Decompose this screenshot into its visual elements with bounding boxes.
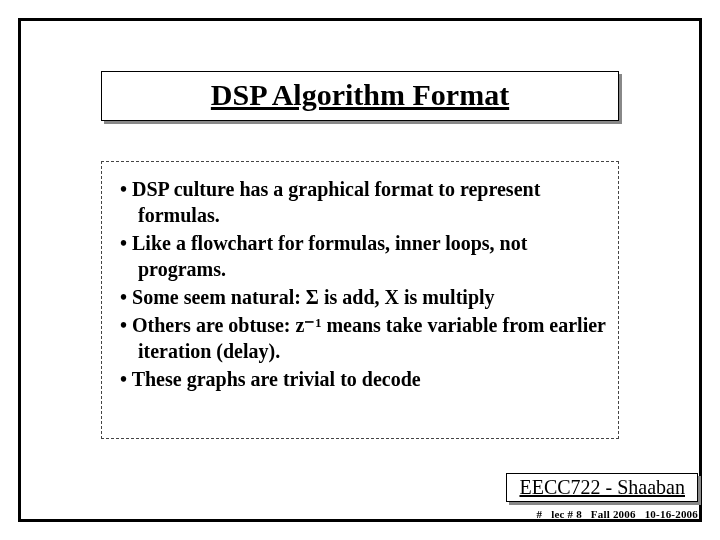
- list-item: These graphs are trivial to decode: [112, 366, 608, 392]
- slide-frame: DSP Algorithm Format DSP culture has a g…: [18, 18, 702, 522]
- list-item: Others are obtuse: z⁻¹ means take variab…: [112, 312, 608, 364]
- footer-lec: lec # 8: [551, 508, 582, 520]
- footer-date: 10-16-2006: [645, 508, 698, 520]
- slide-title: DSP Algorithm Format: [112, 78, 608, 112]
- course-label: EECC722 - Shaaban: [506, 473, 698, 502]
- bullet-list: DSP culture has a graphical format to re…: [112, 176, 608, 392]
- title-box: DSP Algorithm Format: [101, 71, 619, 121]
- list-item: Like a flowchart for formulas, inner loo…: [112, 230, 608, 282]
- list-item: Some seem natural: Σ is add, X is multip…: [112, 284, 608, 310]
- content-box: DSP culture has a graphical format to re…: [101, 161, 619, 439]
- footer-term: Fall 2006: [591, 508, 636, 520]
- list-item: DSP culture has a graphical format to re…: [112, 176, 608, 228]
- footer: # lec # 8 Fall 2006 10-16-2006: [530, 508, 698, 520]
- footer-slide-no: #: [536, 508, 542, 520]
